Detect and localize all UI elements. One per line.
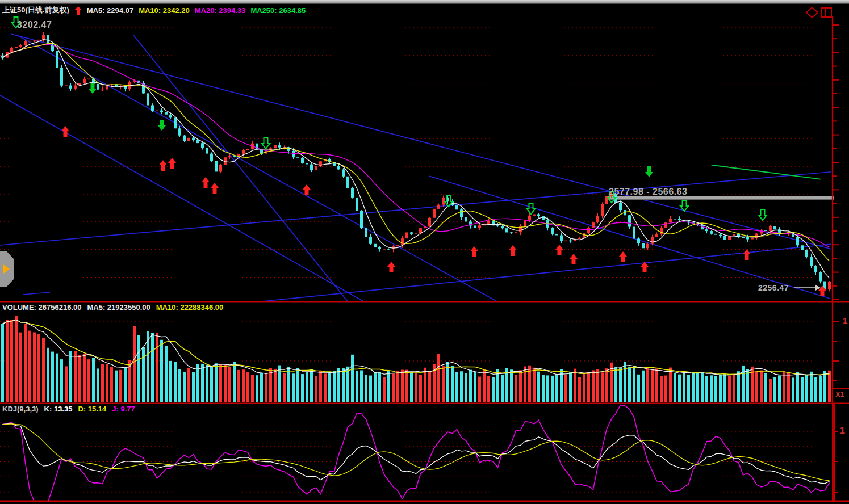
- kdj-k-label: K: 13.35: [44, 405, 73, 413]
- chart-title: 上证50(日线.前复权): [2, 5, 69, 15]
- kdj-right-border: [832, 404, 835, 501]
- candles-layer: [1, 32, 831, 292]
- kdj-axis-label: 1: [840, 426, 845, 436]
- signal-arrows: [12, 17, 826, 296]
- price-band-label: 2577.98 - 2566.63: [609, 187, 687, 197]
- volume-header: VOLUME: 26756216.00 MA5: 21923550.00 MA1…: [2, 303, 223, 312]
- volume-axis-top-label: 1: [843, 316, 847, 325]
- kdj-lines: [3, 405, 830, 502]
- ma20-label: MA20: 2394.33: [195, 6, 246, 15]
- kdj-d-label: D: 15.14: [78, 405, 106, 413]
- ma-lines: [3, 40, 830, 278]
- diamond-icon[interactable]: [805, 6, 819, 21]
- up-arrow-icon: [74, 6, 82, 15]
- kdj-title-label: KDJ(9,3,3): [2, 405, 39, 413]
- period-high-label: 3202.47: [17, 20, 52, 30]
- split-window-icon[interactable]: [820, 6, 833, 21]
- main-gridlines: [0, 28, 831, 492]
- volume-ma5-label: MA5: 21923550.00: [87, 303, 150, 312]
- chart-canvas[interactable]: [0, 0, 849, 504]
- kdj-j-label: J: 9.77: [112, 405, 135, 413]
- last-price-label: 2256.47: [758, 283, 789, 292]
- volume-value-label: VOLUME: 26756216.00: [2, 303, 81, 312]
- ma10-label: MA10: 2342.20: [139, 6, 190, 15]
- chart-app-window: 上证50(日线.前复权) MA5: 2294.07 MA10: 2342.20 …: [0, 0, 849, 504]
- main-chart-header: 上证50(日线.前复权) MA5: 2294.07 MA10: 2342.20 …: [2, 5, 306, 15]
- expand-arrow-icon: [3, 264, 10, 274]
- volume-bars: [1, 316, 831, 402]
- trend-lines: [0, 34, 849, 301]
- kdj-header: KDJ(9,3,3) K: 13.35 D: 15.14 J: 9.77: [2, 405, 135, 413]
- volume-ma10-label: MA10: 22288346.00: [156, 303, 224, 312]
- ma250-label: MA250: 2634.85: [250, 6, 306, 15]
- ma5-label: MA5: 2294.07: [87, 6, 133, 15]
- volume-axis-unit-label: X1: [833, 388, 849, 400]
